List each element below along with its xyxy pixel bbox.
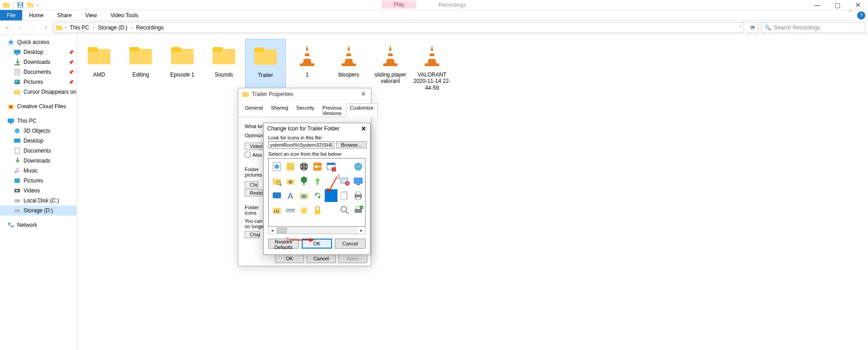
folder-item[interactable]: Sounds [204, 39, 244, 93]
scroll-thumb[interactable] [277, 228, 287, 233]
ribbon-view[interactable]: View [78, 10, 104, 20]
sidebar-documents[interactable]: Documents📌 [0, 67, 76, 77]
tab-general[interactable]: General [241, 103, 267, 117]
sidebar-desktop[interactable]: Desktop📌 [0, 47, 76, 57]
icon-printer-plus[interactable]: + [352, 204, 365, 216]
also-checkbox[interactable] [245, 152, 251, 158]
breadcrumb-dropdown[interactable]: ˅ [740, 25, 742, 30]
props-cancel-button[interactable]: Cancel [307, 254, 336, 263]
icon-refresh-green[interactable] [311, 189, 324, 202]
restore-defaults-button[interactable]: Restore Defaults [268, 239, 299, 249]
folder-item-selected[interactable]: Trailer [245, 39, 286, 93]
icon-lock[interactable] [311, 204, 324, 216]
icon-film-reel[interactable] [298, 160, 310, 173]
cancel-button[interactable]: Cancel [335, 239, 365, 249]
crumb-storage[interactable]: Storage (D:) [96, 24, 129, 31]
icon-folder-monitor[interactable] [298, 189, 310, 202]
tab-customize[interactable]: Customize [346, 103, 378, 117]
window-maximize[interactable]: ▢ [827, 0, 848, 10]
nav-up[interactable]: ↑ [41, 23, 51, 33]
chevron-right-icon[interactable]: › [131, 25, 133, 30]
breadcrumb[interactable]: › This PC › Storage (D:) › Recordings ˅ [53, 22, 744, 33]
icon-window-app[interactable] [325, 160, 337, 173]
icon-desktop-blue[interactable] [270, 189, 283, 202]
ribbon-video-tools[interactable]: Video Tools [104, 10, 145, 20]
sidebar-storage[interactable]: Storage (D:) [0, 206, 76, 216]
ribbon-share[interactable]: Share [50, 10, 78, 20]
sidebar-local-disk[interactable]: Local Disk (C:) [0, 196, 76, 206]
icon-path-input[interactable] [268, 141, 334, 149]
folder-item[interactable]: Episode 1 [162, 39, 203, 93]
save-qat-icon[interactable] [17, 1, 24, 9]
scroll-right[interactable]: ► [358, 228, 365, 233]
sidebar-downloads2[interactable]: Downloads [0, 156, 76, 166]
folder-item[interactable]: Editing [120, 39, 161, 93]
sidebar-desktop2[interactable]: Desktop [0, 136, 76, 146]
ribbon-collapse[interactable]: ˅ [845, 10, 855, 20]
icon-documents-stack[interactable] [338, 189, 351, 202]
folder-item[interactable]: AMD [79, 39, 119, 93]
tab-previous-versions[interactable]: Previous Versions [318, 103, 346, 117]
chevron-right-icon[interactable]: › [93, 25, 94, 30]
choose-file-button[interactable]: Cho [245, 181, 258, 188]
sidebar-quick-access[interactable]: Quick access [0, 37, 76, 47]
icon-recycle-doc[interactable] [270, 160, 283, 173]
icon-folder-search[interactable] [270, 175, 283, 187]
sidebar-music[interactable]: Music [0, 166, 76, 176]
icon-key-orange[interactable] [311, 160, 324, 173]
video-item[interactable]: 1 [287, 39, 327, 93]
sidebar-this-pc[interactable]: This PC [0, 116, 76, 126]
window-close[interactable]: ✕ [848, 0, 868, 10]
icon-grid-scrollbar[interactable]: ◄ ► [268, 227, 365, 234]
icon-monitor-blue[interactable] [352, 175, 365, 187]
sidebar-videos[interactable]: Videos [0, 186, 76, 196]
sidebar-downloads[interactable]: Downloads📌 [0, 57, 76, 67]
sidebar-3d-objects[interactable]: 3D Objects [0, 126, 76, 136]
icon-selected-blue-square[interactable] [325, 189, 337, 202]
sidebar-cursor-folder[interactable]: Cursor Disappears on Ma [0, 87, 76, 97]
nav-recent[interactable]: ˅ [28, 23, 38, 33]
sidebar-creative-cloud[interactable]: Creative Cloud Files [0, 101, 76, 111]
icon-grid[interactable]: ✕ A + [268, 158, 365, 227]
search-input[interactable]: 🔍 Search Recordings [761, 22, 865, 33]
change-icon-button[interactable]: Chan [245, 231, 260, 238]
icon-tree[interactable] [298, 175, 310, 187]
restore-default-button[interactable]: Resto [245, 189, 263, 197]
icon-ruler[interactable] [284, 204, 297, 216]
file-list[interactable]: AMD Editing Episode 1 Sounds Trailer 1 b… [77, 34, 868, 350]
scroll-left[interactable]: ◄ [269, 228, 276, 233]
chevron-right-icon[interactable]: › [65, 25, 66, 30]
icon-camera[interactable] [284, 175, 297, 187]
nav-back[interactable]: ← [3, 23, 13, 33]
close-icon[interactable]: × [360, 90, 367, 98]
contextual-tab-play[interactable]: Play [382, 0, 416, 9]
tab-sharing[interactable]: Sharing [267, 103, 292, 117]
qat-overflow[interactable]: ‹ [37, 2, 38, 8]
video-item[interactable]: VALORANT 2020-11-14 22-44-59 [412, 39, 452, 93]
ribbon-file[interactable]: File [0, 10, 22, 20]
icon-folder-chart[interactable] [270, 204, 283, 216]
icon-globe[interactable] [352, 160, 365, 173]
crumb-recordings[interactable]: Recordings [134, 24, 166, 31]
close-icon[interactable]: ✕ [361, 125, 366, 132]
sidebar-network[interactable]: Network [0, 220, 76, 230]
sidebar-pictures2[interactable]: Pictures [0, 176, 76, 186]
crumb-this-pc[interactable]: This PC [68, 24, 91, 31]
video-item[interactable]: sliding player valorant [370, 39, 411, 93]
props-ok-button[interactable]: OK [275, 254, 304, 263]
dialog-titlebar[interactable]: Change Icon for Trailer Folder ✕ [264, 123, 370, 134]
icon-computer-x[interactable]: ✕ [338, 175, 351, 187]
window-minimize[interactable]: — [807, 0, 827, 10]
icon-grid-yellow[interactable] [284, 160, 297, 173]
dialog-titlebar[interactable]: Trailer Properties × [238, 88, 371, 100]
icon-font-a[interactable]: A [284, 189, 297, 202]
icon-printer[interactable] [352, 189, 365, 202]
ok-button[interactable]: OK [302, 239, 332, 249]
icon-star[interactable] [298, 204, 310, 216]
optimize-dropdown[interactable]: Videos [245, 143, 263, 150]
tab-security[interactable]: Security [292, 103, 318, 117]
sidebar-documents2[interactable]: Documents [0, 146, 76, 156]
help-icon[interactable]: ? [857, 11, 865, 19]
ribbon-home[interactable]: Home [22, 10, 50, 20]
sidebar-pictures[interactable]: Pictures📌 [0, 77, 76, 87]
